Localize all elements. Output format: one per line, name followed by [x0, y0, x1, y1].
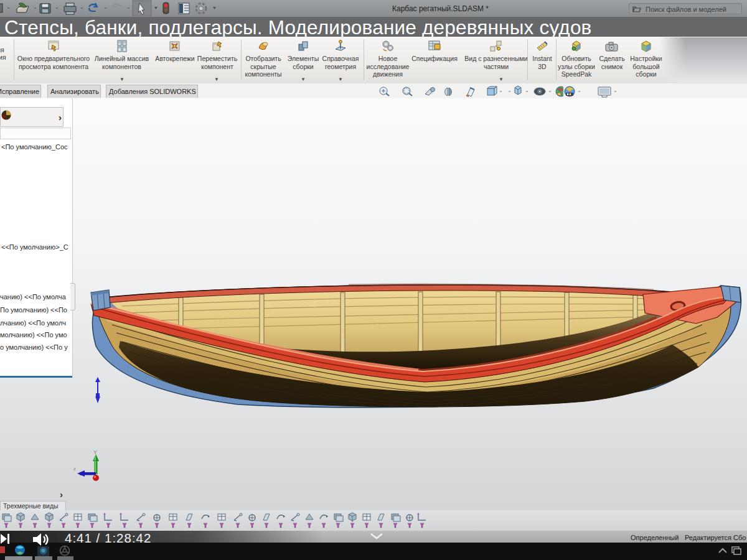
svg-text:z: z — [73, 466, 76, 472]
svg-text:Y: Y — [93, 449, 97, 455]
